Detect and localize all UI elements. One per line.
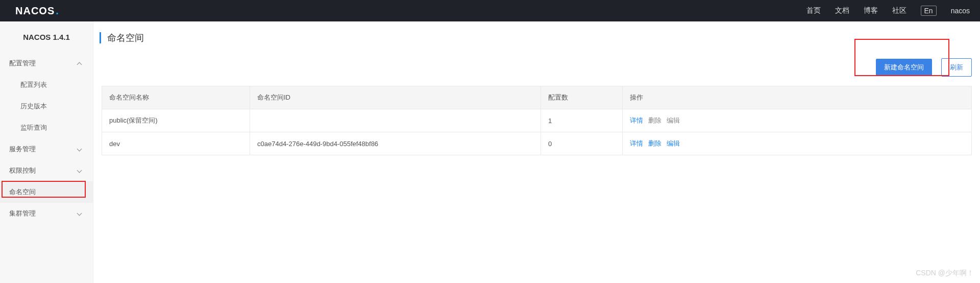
menu-label: 历史版本 [20,102,47,111]
chevron-up-icon [78,60,84,66]
menu-label: 命名空间 [9,187,36,197]
chevron-down-icon [78,146,84,152]
delete-link[interactable]: 删除 [648,116,662,124]
nav-blog[interactable]: 博客 [864,6,878,15]
main-content: 命名空间 新建命名空间 刷新 命名空间名称 命名空间ID 配置数 操作 [93,21,980,283]
edit-link[interactable]: 编辑 [667,139,680,147]
cell-count: 1 [541,109,623,132]
nav-docs[interactable]: 文档 [835,6,849,15]
chevron-down-icon [78,210,84,217]
detail-link[interactable]: 详情 [630,139,643,147]
cell-id: c0ae74d4-276e-449d-9bd4-055fef48bf86 [250,132,541,155]
logo-text: NACOS [15,5,55,17]
nav-home[interactable]: 首页 [806,6,821,15]
edit-link[interactable]: 编辑 [667,116,680,124]
page-header: 命名空间 [93,21,980,54]
lang-switch[interactable]: En [921,6,937,16]
menu-permission[interactable]: 权限控制 [0,160,93,181]
table-row: public(保留空间) 1 详情删除编辑 [102,109,972,132]
refresh-button[interactable]: 刷新 [941,58,972,77]
user-menu[interactable]: nacos [951,7,970,15]
chevron-down-icon [78,168,84,174]
table-row: dev c0ae74d4-276e-449d-9bd4-055fef48bf86… [102,132,972,155]
logo: NACOS. [15,5,59,17]
menu-namespace[interactable]: 命名空间 [0,181,93,203]
cell-name: dev [102,132,250,155]
sidebar: NACOS 1.4.1 配置管理 配置列表 历史版本 监听查询 服务管理 权限控… [0,21,93,283]
col-id: 命名空间ID [250,86,541,109]
cell-name: public(保留空间) [102,109,250,132]
cell-ops: 详情删除编辑 [623,109,972,132]
namespace-table: 命名空间名称 命名空间ID 配置数 操作 public(保留空间) 1 详情删除… [102,86,972,155]
cell-count: 0 [541,132,623,155]
nav-community[interactable]: 社区 [892,6,906,15]
menu-label: 配置列表 [20,80,47,89]
detail-link[interactable]: 详情 [630,116,643,124]
col-name: 命名空间名称 [102,86,250,109]
topbar: NACOS. 首页 文档 博客 社区 En nacos [0,0,980,21]
menu-label: 配置管理 [9,59,36,68]
col-count: 配置数 [541,86,623,109]
menu-label: 监听查询 [20,123,47,132]
cell-ops: 详情删除编辑 [623,132,972,155]
top-nav: 首页 文档 博客 社区 En nacos [806,6,970,16]
menu-label: 权限控制 [9,166,36,175]
col-ops: 操作 [623,86,972,109]
menu-label: 集群管理 [9,209,36,218]
header-accent-bar [100,32,101,43]
menu-label: 服务管理 [9,145,36,154]
delete-link[interactable]: 删除 [648,139,662,147]
version-label: NACOS 1.4.1 [0,21,93,53]
menu-history[interactable]: 历史版本 [0,96,93,117]
cell-id [250,109,541,132]
toolbar: 新建命名空间 刷新 [93,54,980,86]
table-header-row: 命名空间名称 命名空间ID 配置数 操作 [102,86,972,109]
new-namespace-button[interactable]: 新建命名空间 [876,59,932,76]
menu-cluster[interactable]: 集群管理 [0,203,93,224]
menu-config-mgmt[interactable]: 配置管理 [0,53,93,74]
logo-dot-icon: . [56,5,59,17]
menu-service-mgmt[interactable]: 服务管理 [0,138,93,160]
menu-config-list[interactable]: 配置列表 [0,74,93,96]
page-title: 命名空间 [107,32,144,44]
menu-listen-query[interactable]: 监听查询 [0,117,93,138]
